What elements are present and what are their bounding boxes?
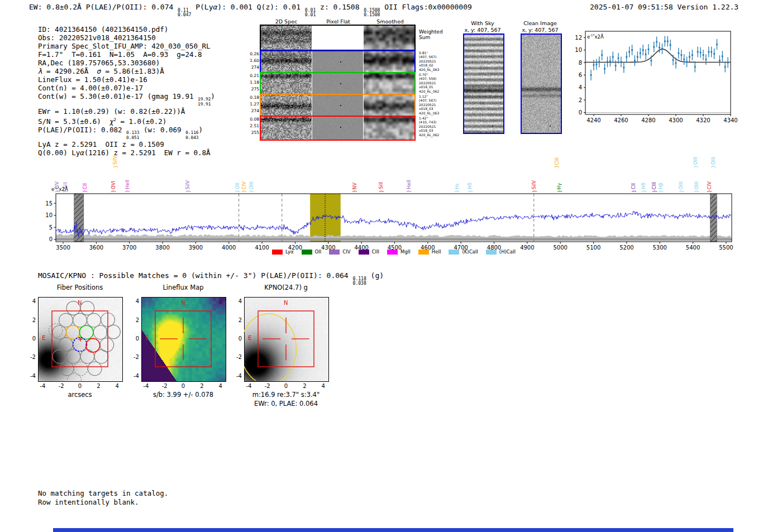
legend-item: CIII [359,249,379,255]
sky-panel-title-line1: With Sky [455,20,511,27]
cutout-row-strip [260,94,416,118]
cutout-right-value: (407, 567) [419,98,446,102]
y-tick-label: 0 [23,336,36,342]
plot-element [623,67,624,69]
tick-label: 10 [45,212,53,218]
plot-element [722,55,723,57]
cutout-row-strip [260,72,416,96]
info-line-11: S/N = 5.3(±0.6) χ2 = 1.0(±0.2) [38,116,215,126]
plot-element [710,194,717,242]
2d-spec-image [261,26,312,50]
2d-spec-cutout-grid: 2D SpecPixel FlatSmoothedWeightedSum0.26… [240,17,447,142]
cutout-left-value: 0.21 [245,73,259,79]
panel-title: Lineflux Map [130,284,236,291]
compass-east: E [145,335,149,341]
smoothed-image [364,95,414,117]
2d-spec-image [261,73,312,95]
cutout-left-value: 274 [245,108,259,114]
legend-swatch [272,250,283,255]
plot-element [595,64,597,65]
smoothed-image [364,51,414,73]
plot-element [612,56,614,58]
plot-element [664,41,666,42]
stacked-fraction: 0.110.047 [178,8,191,18]
x-tick-label: 0 [74,383,85,389]
plot-element [56,211,731,237]
panel-title: KPNO(24.7) g [233,284,339,291]
plot-element [670,44,671,46]
plot-element [634,60,636,61]
cutout-row-left-labels: 0.082.51255 [245,116,259,136]
x-tick-label: 4 [215,383,226,389]
plot-element [667,41,669,42]
x-tick-label: 4 [318,383,329,389]
cutout-right-value: 20220521 [419,59,446,63]
panel-xlabel: arcsecs [21,391,139,399]
2d-spec-image [261,51,312,73]
tick-label: 5 [49,224,53,231]
with-sky-image [464,35,503,133]
tick-label: 12 [575,35,582,41]
info-line-13: LyA z = 2.5291 OII z = 0.1509 [38,140,215,148]
legend-swatch [486,250,497,255]
plot-element [609,60,611,62]
plot-element [645,54,647,55]
legend-swatch [329,250,340,255]
pixel-flat-image [312,26,363,50]
fit-plot-unit-label: e-17x2Å [587,33,604,40]
pixel-flat-image [312,51,363,73]
plot-element [653,46,655,48]
x-tick-label: 2 [196,383,207,389]
plot-element [631,49,633,51]
weighted-sum-line: Weighted [419,29,443,35]
cutout-row-right-labels: 1.42"(410, 743)20220521v018_03420_RL_062 [419,116,446,137]
cutout-left-value: 0.08 [245,116,259,123]
smoothed-image [364,73,414,95]
sky-panel-frame [521,33,562,134]
cutout-left-value: 1.27 [245,101,259,108]
pixel-flat-image [312,117,363,140]
tick-label: 4320 [696,117,710,123]
stacked-fraction: 0.1330.051 [126,131,139,140]
cutout-left-value: 275 [245,86,259,93]
cutout-right-value: 420_RL_062 [419,89,446,93]
stacked-fraction: 0.1160.043 [185,131,198,140]
tick-label: 8 [579,60,582,66]
y-tick-label: 2 [127,317,139,323]
tick-label: 4 [579,84,582,90]
legend-item: (H)CaII [486,249,516,255]
plot-element [659,47,660,49]
legend-label: CIV [342,249,350,255]
x-tick-label: -2 [56,383,67,389]
cutout-left-value: 1.18 [245,79,259,86]
x-tick-label: 2 [299,383,310,389]
plot-element [601,54,603,56]
plot-element [604,68,605,70]
plot-element [724,66,726,68]
plot-element [593,64,595,66]
spectrum-unit-label: e-17x2Å [51,186,68,192]
weighted-sum-line: Sum [419,35,443,40]
lineflux-map-image [141,297,226,382]
2d-spec-image [261,117,312,140]
tick-label: 4340 [723,117,737,123]
sky-image-panels: With Skyx, y: 407, 567Clean Imagex, y: 4… [452,18,581,138]
plot-element [656,41,657,43]
compass-north: N [78,300,82,306]
panel-xlabel: s/b: 3.99 +/- 0.078 [125,391,242,399]
sky-panel-frame [463,33,504,134]
plot-element [727,62,729,64]
plot-element [689,56,690,58]
y-tick-label: 4 [127,298,139,304]
tick-label: 2 [579,97,582,103]
x-tick-label: -4 [37,383,48,389]
x-tick-label: 0 [280,383,292,389]
y-tick-label: 0 [230,336,242,342]
y-tick-label: 2 [230,317,242,323]
x-tick-label: 4 [112,383,123,389]
y-tick-label: 2 [23,317,36,323]
plot-element [650,60,652,61]
footer-notes: No matching targets in catalog.Row inten… [38,489,168,507]
plot-element [628,51,630,53]
cutout-row-strip [260,116,416,141]
